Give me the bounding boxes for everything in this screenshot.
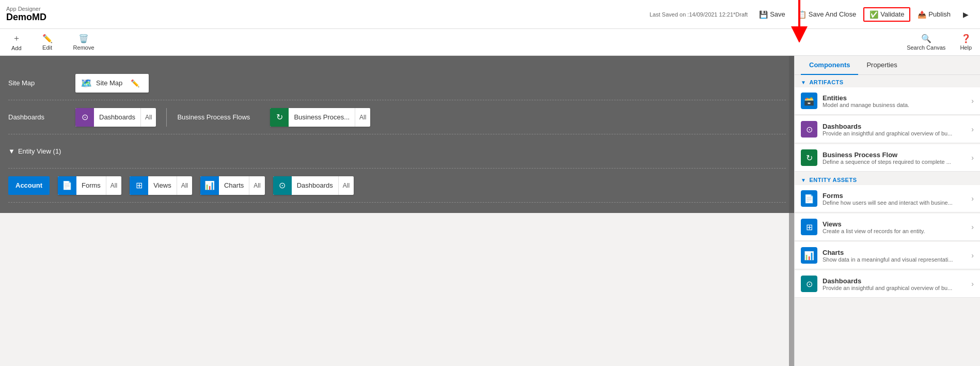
charts-card[interactable]: 📊 Charts All (200, 176, 265, 195)
panel-dashboards-icon: ⊙ (801, 121, 817, 138)
account-assets-row: Account 📄 Forms All ⊞ (8, 169, 786, 203)
artifacts-chevron: ▼ (801, 80, 806, 85)
remove-icon: 🗑️ (78, 34, 89, 43)
forms-card-label: Forms (76, 181, 106, 189)
panel-views-text: Views Create a list view of records for … (823, 220, 971, 234)
panel-item-dashboards2[interactable]: ⊙ Dashboards Provide an insightful and g… (795, 270, 980, 298)
entity-assets-chevron: ▼ (801, 177, 806, 183)
account-button[interactable]: Account (8, 176, 50, 195)
search-icon: 🔍 (921, 34, 931, 43)
dashboards-card-icon: ⊙ (75, 108, 94, 127)
toolbar: ＋ Add ✏️ Edit 🗑️ Remove 🔍 Search Canvas … (0, 29, 980, 56)
tab-properties[interactable]: Properties (858, 56, 905, 75)
sitemap-row: Site Map 🗺️ Site Map ✏️ (8, 66, 786, 100)
dashboards2-card[interactable]: ⊙ Dashboards All (273, 176, 354, 195)
help-icon: ❓ (961, 34, 971, 43)
sitemap-row-label: Site Map (8, 79, 75, 87)
row-divider (166, 108, 167, 127)
bpf-card[interactable]: ↻ Business Proces... All (270, 108, 370, 127)
panel-item-bpf[interactable]: ↻ Business Process Flow Define a sequenc… (795, 144, 980, 172)
tab-components[interactable]: Components (801, 56, 858, 75)
sitemap-icon: 🗺️ (81, 78, 92, 89)
artifacts-section-header: ▼ ARTIFACTS (795, 75, 980, 87)
sitemap-card-label: Site Map (96, 79, 122, 87)
panel-charts-icon: 📊 (801, 247, 817, 264)
panel-item-views[interactable]: ⊞ Views Create a list view of records fo… (795, 213, 980, 241)
remove-toolbar-item[interactable]: 🗑️ Remove (70, 32, 98, 53)
charts-all-button[interactable]: All (249, 176, 264, 195)
save-close-icon: 📋 (798, 10, 807, 19)
panel-tabs: Components Properties (795, 56, 980, 75)
last-saved-text: Last Saved on :14/09/2021 12:21*Draft (650, 11, 748, 18)
entity-view-row: ▼ Entity View (1) (8, 134, 786, 169)
dashboards-bpf-row: Dashboards ⊙ Dashboards All Business Pro… (8, 100, 786, 134)
play-button[interactable]: ▶ (958, 8, 974, 21)
bpf-card-label: Business Proces... (289, 113, 355, 121)
panel-dashboards2-text: Dashboards Provide an insightful and gra… (823, 277, 971, 291)
entities-icon: 🗃️ (801, 93, 817, 109)
dashboards2-chevron: › (971, 280, 974, 288)
publish-icon: 📤 (918, 10, 926, 19)
panel-item-dashboards[interactable]: ⊙ Dashboards Provide an insightful and g… (795, 116, 980, 143)
dashboards-row-label: Dashboards (8, 113, 75, 121)
entities-chevron: › (971, 97, 974, 105)
validate-button[interactable]: ✅ Validate (863, 7, 910, 22)
entity-assets-section-header: ▼ ENTITY ASSETS (795, 173, 980, 185)
sitemap-edit-button[interactable]: ✏️ (127, 79, 144, 87)
entities-text: Entities Model and manage business data. (823, 94, 971, 108)
panel-bpf-icon: ↻ (801, 149, 817, 166)
dashboards-card[interactable]: ⊙ Dashboards All (75, 108, 156, 127)
panel-dashboards-text: Dashboards Provide an insightful and gra… (823, 123, 971, 136)
panel-bpf-text: Business Process Flow Define a sequence … (823, 151, 971, 165)
sitemap-card[interactable]: 🗺️ Site Map ✏️ (75, 74, 149, 93)
help-button[interactable]: ❓ Help (960, 34, 972, 51)
save-and-close-button[interactable]: 📋 Save And Close (793, 8, 862, 21)
entity-view-label: ▼ Entity View (1) (8, 147, 75, 155)
forms-card[interactable]: 📄 Forms All (58, 176, 121, 195)
validate-icon: ✅ (870, 10, 878, 19)
dashboards2-all-button[interactable]: All (338, 176, 354, 195)
add-toolbar-item[interactable]: ＋ Add (8, 31, 25, 53)
views-card[interactable]: ⊞ Views All (130, 176, 192, 195)
bpf-row-label: Business Process Flows (177, 113, 270, 121)
search-canvas-button[interactable]: 🔍 Search Canvas (907, 34, 945, 51)
panel-item-entities[interactable]: 🗃️ Entities Model and manage business da… (795, 87, 980, 115)
panel-forms-icon: 📄 (801, 190, 817, 207)
dashboards2-card-icon: ⊙ (273, 176, 292, 195)
charts-card-icon: 📊 (200, 176, 219, 195)
forms-card-icon: 📄 (58, 176, 76, 195)
panel-forms-text: Forms Define how users will see and inte… (823, 192, 971, 206)
dashboards-card-label: Dashboards (94, 113, 140, 121)
save-icon: 💾 (759, 10, 768, 19)
bpf-card-icon: ↻ (270, 108, 289, 127)
app-name: DemoMD (6, 12, 46, 23)
bpf-all-button[interactable]: All (355, 108, 370, 127)
edit-icon: ✏️ (42, 34, 53, 43)
panel-charts-text: Charts Show data in a meaningful and vis… (823, 249, 971, 263)
forms-all-button[interactable]: All (106, 176, 121, 195)
publish-button[interactable]: 📤 Publish (912, 8, 956, 21)
dashboards2-card-label: Dashboards (292, 181, 338, 189)
bpf-chevron: › (971, 154, 974, 162)
canvas-scrollbar[interactable] (789, 56, 794, 366)
edit-toolbar-item[interactable]: ✏️ Edit (39, 32, 56, 53)
charts-card-label: Charts (219, 181, 249, 189)
canvas-area: Site Map 🗺️ Site Map ✏️ Dashboards ⊙ Das… (0, 56, 794, 213)
views-all-button[interactable]: All (177, 176, 192, 195)
views-card-label: Views (148, 181, 176, 189)
add-icon: ＋ (12, 33, 21, 44)
dashboards-all-button[interactable]: All (140, 108, 156, 127)
entity-view-chevron: ▼ (8, 147, 15, 155)
dashboards-chevron: › (971, 125, 974, 133)
panel-item-charts[interactable]: 📊 Charts Show data in a meaningful and v… (795, 242, 980, 269)
top-bar: App Designer DemoMD Last Saved on :14/09… (0, 0, 980, 29)
panel-dashboards2-icon: ⊙ (801, 276, 817, 292)
canvas-wrapper: Site Map 🗺️ Site Map ✏️ Dashboards ⊙ Das… (0, 56, 794, 366)
top-bar-actions: Last Saved on :14/09/2021 12:21*Draft 💾 … (650, 7, 974, 22)
panel-views-icon: ⊞ (801, 219, 817, 235)
forms-chevron: › (971, 194, 974, 203)
panel-item-forms[interactable]: 📄 Forms Define how users will see and in… (795, 185, 980, 212)
play-icon: ▶ (963, 10, 969, 19)
save-button[interactable]: 💾 Save (754, 8, 791, 21)
app-designer-label: App Designer (6, 6, 46, 12)
